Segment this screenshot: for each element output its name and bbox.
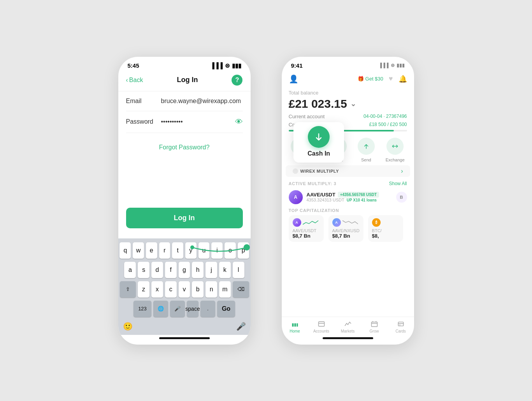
key-o[interactable]: o — [225, 242, 236, 259]
bottom-nav: Home Accounts Markets — [282, 317, 414, 335]
nav-markets[interactable]: Markets — [335, 320, 361, 333]
key-v[interactable]: v — [179, 281, 190, 298]
cap-card-btc[interactable]: ₿ BTC/ $8, — [368, 215, 403, 242]
send-button[interactable] — [358, 138, 375, 155]
cap-card-aave-usdt[interactable]: A AAVE/USDT $8,7 Bn — [289, 215, 324, 242]
key-f[interactable]: f — [165, 262, 177, 278]
nav-grow[interactable]: Grow — [361, 320, 388, 333]
go-key[interactable]: Go — [217, 301, 235, 317]
actions-row: + Buy Cash In — [282, 135, 414, 164]
help-button[interactable]: ? — [232, 75, 242, 86]
login-button[interactable]: Log In — [126, 208, 243, 228]
top-nav: 👤 🎁 Get $30 ♥ 🔔 — [282, 72, 414, 88]
space-key[interactable]: space — [187, 301, 198, 317]
get30-button[interactable]: 🎁 Get $30 — [358, 76, 383, 82]
cashin-label: Cash In — [307, 150, 330, 157]
cards-icon — [397, 320, 405, 328]
key-e[interactable]: e — [146, 242, 157, 259]
page-title: Log In — [177, 76, 198, 84]
key-g[interactable]: g — [179, 262, 190, 278]
aave-nxusd-icon: A — [332, 218, 341, 227]
key-b[interactable]: b — [192, 281, 204, 298]
heart-icon[interactable]: ♥ — [389, 75, 393, 83]
key-k[interactable]: k — [219, 262, 231, 278]
svg-rect-5 — [318, 322, 324, 326]
cashin-circle[interactable] — [308, 126, 330, 148]
key-n[interactable]: n — [205, 281, 217, 298]
svg-rect-4 — [297, 323, 298, 326]
globe-key[interactable]: 🌐 — [153, 301, 168, 317]
key-d[interactable]: d — [151, 262, 163, 278]
cap-name-1: AAVE/USDT — [293, 228, 320, 233]
forgot-password-button[interactable]: Forgot Password? — [118, 133, 251, 159]
emoji-icon[interactable]: 🙂 — [123, 322, 133, 331]
key-m[interactable]: m — [219, 281, 231, 298]
exchange-action[interactable]: Exchange — [386, 138, 405, 162]
multiply-name: AAVE/USDT — [307, 192, 335, 198]
wifi-icon-right: ⊜ — [391, 63, 395, 68]
balance-amount: £21 023.15 ⌄ — [289, 97, 407, 110]
dropdown-icon[interactable]: ⌄ — [350, 100, 356, 108]
numbers-key[interactable]: 123 — [133, 301, 151, 317]
send-action[interactable]: Send — [358, 138, 375, 162]
bell-icon[interactable]: 🔔 — [399, 75, 407, 83]
mic-bottom-icon[interactable]: 🎤 — [236, 322, 246, 331]
multiply-item: A AAVE/USDT +4356.565768 USDT 4353.32431… — [282, 188, 414, 207]
key-x[interactable]: x — [151, 281, 163, 298]
keyboard-row-4: 123 🌐 🎤 space . Go — [120, 301, 249, 317]
grow-nav-label: Grow — [370, 329, 379, 333]
key-y[interactable]: y — [185, 242, 197, 259]
nav-home[interactable]: Home — [282, 320, 308, 333]
cap-val-3: $8, — [372, 233, 399, 239]
user-icon[interactable]: 👤 — [289, 74, 298, 84]
email-label: Email — [126, 98, 161, 105]
top-cap-section: TOP CAPITALIZATION A AAVE/USDT $8,7 Bn — [282, 207, 414, 243]
key-a[interactable]: a — [124, 262, 136, 278]
credit-value: £18 500 / £20 500 — [369, 122, 407, 127]
wifi-icon: ⊜ — [225, 62, 230, 69]
help-icon: ? — [235, 77, 239, 84]
top-nav-right: 🎁 Get $30 ♥ 🔔 — [358, 75, 407, 83]
key-r[interactable]: r — [159, 242, 170, 259]
keyboard[interactable]: q w e r t y u i o p a s d f g — [118, 238, 251, 335]
aave-icon: A — [293, 218, 301, 227]
nav-accounts[interactable]: Accounts — [308, 320, 335, 333]
key-z[interactable]: z — [138, 281, 149, 298]
nav-cards[interactable]: Cards — [388, 320, 414, 333]
eye-icon[interactable]: 👁 — [235, 117, 243, 126]
btc-icon-small: B — [396, 192, 407, 203]
mic-key[interactable]: 🎤 — [170, 301, 185, 317]
multiply-sub: 4353.324313 USDT — [307, 198, 344, 202]
gift-icon: 🎁 — [358, 76, 364, 82]
key-j[interactable]: j — [205, 262, 217, 278]
wirex-dot — [293, 168, 298, 174]
key-u[interactable]: u — [198, 242, 210, 259]
key-l[interactable]: l — [233, 262, 244, 278]
key-i[interactable]: i — [211, 242, 223, 259]
home-indicator-right — [282, 335, 414, 345]
wirex-multiply-bar[interactable]: WIREX MULTIPLY › — [286, 165, 410, 177]
password-label: Password — [126, 118, 161, 125]
key-c[interactable]: c — [165, 281, 177, 298]
back-button[interactable]: ‹ Back — [126, 77, 143, 84]
time-right: 9:41 — [291, 62, 303, 69]
delete-key[interactable]: ⌫ — [233, 281, 249, 298]
key-h[interactable]: h — [192, 262, 204, 278]
back-label: Back — [129, 77, 143, 84]
key-s[interactable]: s — [138, 262, 149, 278]
show-all-button[interactable]: Show All — [389, 181, 407, 186]
shift-key[interactable]: ⇧ — [120, 281, 136, 298]
key-t[interactable]: t — [172, 242, 183, 259]
top-cap-row: A AAVE/USDT $8,7 Bn A — [289, 215, 407, 242]
key-w[interactable]: w — [133, 242, 144, 259]
time-left: 5:45 — [128, 62, 139, 69]
cap-val-1: $8,7 Bn — [293, 233, 320, 239]
period-key[interactable]: . — [200, 301, 215, 317]
send-icon — [363, 143, 370, 150]
key-q[interactable]: q — [119, 242, 131, 259]
cap-name-2: AAVE/NXUSD — [332, 228, 360, 233]
cap-card-aave-nxusd[interactable]: A AAVE/NXUSD $8,7 Bn — [328, 215, 363, 242]
exchange-button[interactable] — [386, 138, 404, 155]
key-p[interactable]: p — [238, 242, 249, 259]
status-icons-left: ▐▐▐ ⊜ ▮▮▮ — [211, 62, 241, 69]
